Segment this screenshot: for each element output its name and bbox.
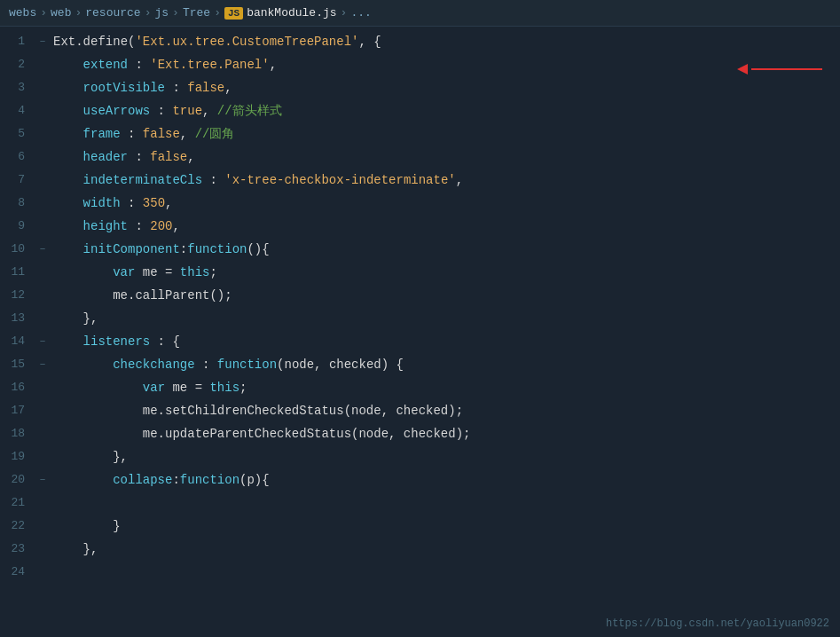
token: initComponent (53, 242, 180, 256)
token: }, (53, 542, 98, 556)
token: var (143, 381, 165, 395)
code-content: var me = this; (50, 261, 840, 284)
breadcrumb-sep-5: › (214, 6, 221, 20)
token: indeterminateCls (53, 173, 202, 187)
token: useArrows (53, 104, 150, 118)
token: me = (135, 265, 179, 279)
fold-indicator[interactable]: − (35, 353, 50, 376)
token: width (53, 196, 121, 210)
token: header (53, 150, 128, 164)
line-number: 17 (0, 399, 35, 422)
breadcrumb-webs[interactable]: webs (9, 6, 36, 20)
token: : (128, 150, 150, 164)
line-number: 21 (0, 492, 35, 515)
code-line: 21 (0, 492, 840, 515)
token: this (209, 381, 239, 395)
line-number: 4 (0, 99, 35, 122)
code-content: }, (50, 538, 840, 561)
fold-indicator[interactable]: − (35, 238, 50, 261)
breadcrumb-web[interactable]: web (51, 6, 71, 20)
fold-indicator[interactable]: − (35, 468, 50, 492)
token: extend (53, 58, 128, 72)
token: : (121, 196, 143, 210)
breadcrumb-resource[interactable]: resource (85, 6, 140, 20)
breadcrumb: webs › web › resource › js › Tree › JS b… (0, 0, 840, 27)
code-line: 13 }, (0, 307, 840, 330)
token: collapse (53, 473, 172, 487)
token: , (202, 104, 217, 118)
line-number: 1 (0, 30, 35, 53)
token: false (143, 127, 180, 141)
token: : (128, 219, 150, 233)
code-content: frame : false, //圆角 (50, 122, 840, 145)
token: : (165, 81, 187, 95)
token: rootVisible (53, 81, 165, 95)
code-line: 10− initComponent:function(){ (0, 238, 840, 261)
code-editor: 1−Ext.define('Ext.ux.tree.CustomeTreePan… (0, 27, 840, 637)
code-line: 1−Ext.define('Ext.ux.tree.CustomeTreePan… (0, 30, 840, 53)
token: listeners (53, 334, 150, 349)
code-line: 5 frame : false, //圆角 (0, 122, 840, 145)
fold-indicator[interactable]: − (35, 330, 50, 353)
line-number: 6 (0, 145, 35, 169)
code-content: me.callParent(); (50, 284, 840, 307)
code-line: 4 useArrows : true, //箭头样式 (0, 99, 840, 122)
arrow-head-icon (737, 64, 748, 75)
token: : (172, 473, 179, 487)
token: function (187, 242, 247, 256)
token: checkchange (53, 358, 195, 372)
token: ; (209, 265, 216, 279)
breadcrumb-sep-4: › (172, 6, 179, 20)
line-number: 10 (0, 238, 35, 261)
token: true (172, 104, 202, 118)
code-line: 15− checkchange : function(node, checked… (0, 353, 840, 376)
code-content: indeterminateCls : 'x-tree-checkbox-inde… (50, 169, 840, 192)
token: : (195, 358, 217, 372)
code-content: }, (50, 445, 840, 468)
token: (){ (247, 242, 269, 256)
code-content: width : 350, (50, 192, 840, 215)
code-content: initComponent:function(){ (50, 238, 840, 261)
token: : (202, 173, 224, 187)
token: //圆角 (195, 127, 235, 141)
line-number: 16 (0, 376, 35, 399)
code-content: checkchange : function(node, checked) { (50, 353, 840, 376)
code-line: 9 height : 200, (0, 215, 840, 238)
token: : (128, 58, 150, 72)
breadcrumb-js[interactable]: js (154, 6, 169, 20)
breadcrumb-more[interactable]: ... (350, 6, 371, 20)
breadcrumb-filename[interactable]: bankModule.js (247, 6, 336, 20)
line-number: 19 (0, 445, 35, 468)
code-line: 3 rootVisible : false, (0, 76, 840, 99)
token: this (180, 265, 210, 279)
breadcrumb-sep-1: › (40, 6, 47, 20)
code-line: 22 } (0, 515, 840, 538)
token: }, (53, 311, 98, 326)
token: false (187, 81, 224, 95)
code-content: height : 200, (50, 215, 840, 238)
token: , (165, 196, 172, 210)
line-number: 14 (0, 330, 35, 353)
breadcrumb-tree[interactable]: Tree (183, 6, 210, 20)
code-line: 7 indeterminateCls : 'x-tree-checkbox-in… (0, 169, 840, 192)
code-content: me.updateParentCheckedStatus(node, check… (50, 422, 840, 445)
line-number: 18 (0, 422, 35, 445)
token: , (180, 127, 195, 141)
code-content: collapse:function(p){ (50, 468, 840, 492)
code-line: 6 header : false, (0, 145, 840, 169)
token (53, 265, 113, 279)
token: : { (150, 334, 180, 349)
code-content: }, (50, 307, 840, 330)
arrow-annotation (737, 64, 822, 75)
token: : (180, 242, 187, 256)
code-line: 23 }, (0, 538, 840, 561)
code-content: listeners : { (50, 330, 840, 353)
token: 200 (150, 219, 172, 233)
token: 350 (143, 196, 165, 210)
token: 'Ext.ux.tree.CustomeTreePanel' (135, 35, 358, 49)
token: ; (239, 381, 247, 395)
fold-indicator[interactable]: − (35, 30, 50, 53)
token: 'x-tree-checkbox-indeterminate' (224, 173, 455, 187)
token: }, (53, 450, 128, 464)
line-number: 5 (0, 122, 35, 145)
